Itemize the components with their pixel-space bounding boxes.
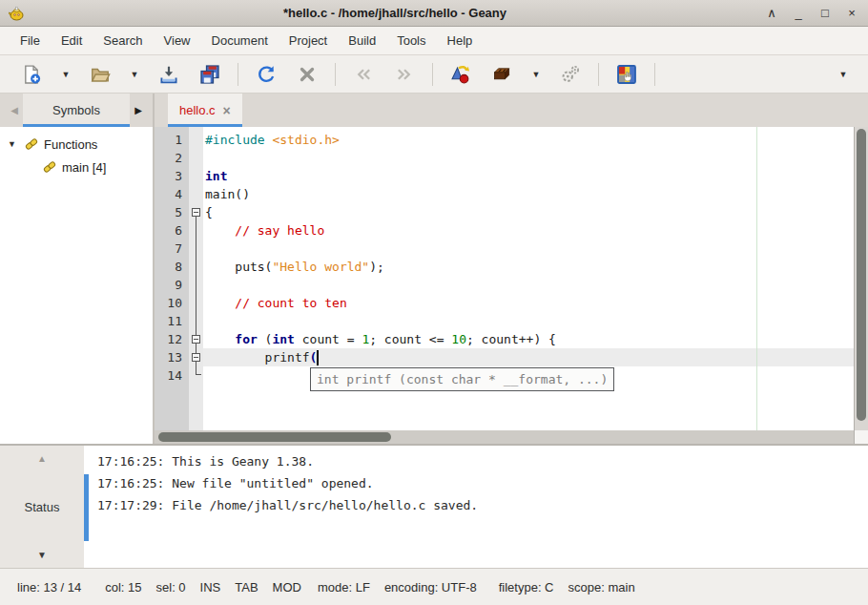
minimize-button[interactable]: _ (790, 5, 807, 22)
new-file-button[interactable] (13, 59, 50, 90)
shade-button[interactable]: ∧ (763, 5, 780, 22)
scrollbar-corner (854, 430, 868, 444)
code-token (205, 332, 235, 346)
panel-scroll-up-icon[interactable]: ▲ (37, 453, 47, 464)
code-line[interactable]: for (int count = 1; count <= 10; count++… (205, 330, 854, 348)
code-line[interactable]: { (205, 203, 854, 221)
menu-build[interactable]: Build (338, 29, 386, 52)
menu-search[interactable]: Search (93, 29, 153, 52)
titlebar[interactable]: *hello.c - /home/jhall/src/hello - Geany… (0, 0, 868, 27)
line-number[interactable]: 11 (155, 312, 189, 330)
build-menu-button[interactable]: ▼ (525, 59, 548, 90)
tree-item-functions[interactable]: ▼Functions (0, 133, 153, 156)
code-line[interactable]: printf( (205, 348, 854, 366)
code-token: printf (205, 350, 310, 365)
open-file-menu-button[interactable]: ▼ (123, 59, 146, 90)
menu-file[interactable]: File (10, 29, 51, 52)
nav-back-button[interactable] (345, 59, 382, 90)
vertical-scrollbar-thumb[interactable] (857, 129, 866, 421)
line-number[interactable]: 14 (155, 366, 189, 385)
toolbar: ▼ ▼ (0, 55, 868, 94)
maximize-button[interactable]: □ (816, 5, 834, 22)
code-line[interactable] (205, 312, 854, 330)
line-number[interactable]: 13 (155, 348, 189, 366)
code-editor[interactable]: 1234567891011121314 #include <stdio.h>in… (155, 127, 868, 430)
toolbar-separator (598, 63, 599, 86)
statusbar-field: line: 13 / 14 (17, 580, 81, 595)
status-message: 17:16:25: New file "untitled" opened. (97, 476, 868, 498)
statusbar-field: INS (200, 580, 221, 595)
line-number[interactable]: 9 (155, 276, 189, 294)
sidebar-tab-prev-button[interactable]: ◀ (6, 94, 23, 127)
main-area: ◀ Symbols ▶ ▼Functionsmain [4] hello.c × (0, 94, 868, 444)
code-line[interactable] (205, 149, 854, 167)
code-line[interactable]: int (205, 167, 854, 185)
method-icon (24, 136, 39, 152)
save-button[interactable] (151, 59, 187, 90)
code-token: ); (369, 260, 384, 274)
code-area[interactable]: #include <stdio.h>intmain(){ // say hell… (205, 131, 854, 385)
execute-button[interactable] (552, 59, 589, 90)
new-file-menu-button[interactable]: ▼ (54, 59, 77, 90)
line-number-gutter[interactable]: 1234567891011121314 (155, 131, 189, 385)
line-number[interactable]: 8 (155, 258, 189, 276)
message-window: ▲ Status ▼ 17:16:25: This is Geany 1.38.… (0, 444, 868, 568)
sidebar: ◀ Symbols ▶ ▼Functionsmain [4] (0, 94, 153, 444)
menu-view[interactable]: View (154, 29, 201, 52)
panel-scroll-down-icon[interactable]: ▼ (37, 550, 47, 560)
compile-button[interactable] (443, 59, 479, 90)
line-number[interactable]: 1 (155, 131, 189, 149)
code-line[interactable] (205, 240, 854, 258)
chevron-down-icon: ▼ (839, 70, 848, 79)
build-button[interactable] (484, 59, 520, 90)
code-line[interactable]: // say hello (205, 221, 854, 240)
open-file-button[interactable] (82, 59, 118, 90)
horizontal-scrollbar[interactable] (155, 430, 868, 444)
tab-status[interactable]: Status (25, 500, 60, 514)
toolbar-overflow-button[interactable]: ▼ (832, 59, 855, 90)
fold-collapse-icon[interactable] (192, 208, 200, 217)
line-number[interactable]: 10 (155, 294, 189, 312)
color-chooser-button[interactable] (609, 59, 645, 90)
method-icon (42, 159, 57, 175)
code-line[interactable]: main() (205, 185, 854, 203)
statusbar: line: 13 / 14col: 15sel: 0INSTABMODmode:… (0, 568, 868, 605)
tab-symbols[interactable]: Symbols (23, 94, 130, 127)
fold-collapse-icon[interactable] (192, 335, 200, 344)
code-line[interactable]: // count to ten (205, 294, 854, 312)
line-number[interactable]: 7 (155, 240, 189, 258)
close-window-button[interactable]: × (843, 5, 860, 22)
tree-item-main[interactable]: main [4] (0, 156, 153, 178)
line-number[interactable]: 2 (155, 149, 189, 167)
active-tab-indicator (23, 124, 130, 127)
fold-collapse-icon[interactable] (192, 353, 200, 362)
line-number[interactable]: 6 (155, 221, 189, 240)
line-number[interactable]: 12 (155, 330, 189, 348)
status-messages[interactable]: 17:16:25: This is Geany 1.38.17:16:25: N… (84, 446, 868, 568)
menu-document[interactable]: Document (201, 29, 279, 52)
expander-icon[interactable]: ▼ (8, 139, 19, 149)
nav-forward-button[interactable] (386, 59, 423, 90)
horizontal-scrollbar-thumb[interactable] (158, 432, 391, 442)
tab-close-icon[interactable]: × (223, 103, 231, 118)
code-line[interactable]: #include <stdio.h> (205, 131, 854, 149)
line-number[interactable]: 5 (155, 203, 189, 221)
sidebar-tab-next-button[interactable]: ▶ (130, 94, 147, 127)
new-file-icon (21, 64, 42, 85)
menu-tools[interactable]: Tools (386, 29, 436, 52)
menu-project[interactable]: Project (279, 29, 338, 52)
close-document-button[interactable] (289, 59, 325, 90)
menu-help[interactable]: Help (437, 29, 484, 52)
menu-edit[interactable]: Edit (51, 29, 93, 52)
code-line[interactable]: puts("Hello world"); (205, 258, 854, 276)
tab-hello-c[interactable]: hello.c × (168, 94, 242, 127)
save-all-icon (199, 64, 220, 85)
line-number[interactable]: 4 (155, 185, 189, 203)
code-token: ; count++) { (466, 332, 556, 346)
save-all-button[interactable] (192, 59, 228, 90)
revert-button[interactable] (248, 59, 284, 90)
symbols-tree[interactable]: ▼Functionsmain [4] (0, 127, 153, 444)
vertical-scrollbar[interactable] (854, 127, 868, 430)
line-number[interactable]: 3 (155, 167, 189, 185)
code-line[interactable] (205, 276, 854, 294)
